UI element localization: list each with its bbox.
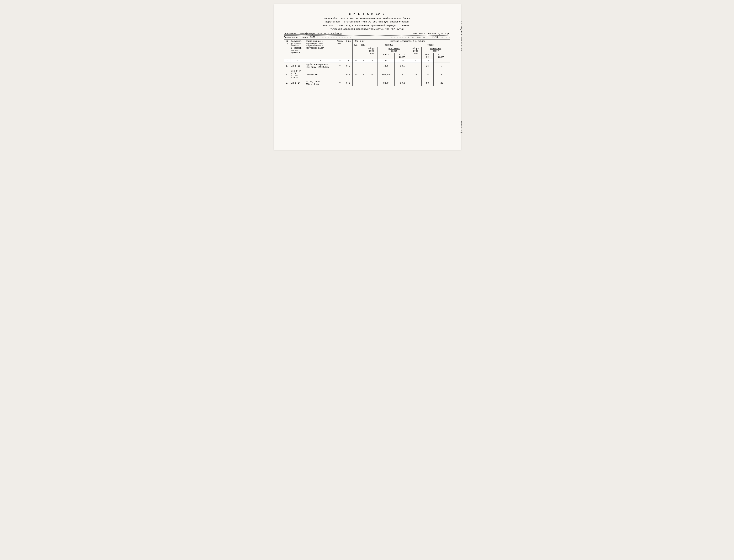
row2-posnum: цен.Iч.У р.IX п.I002 к-0,89	[290, 69, 305, 80]
osnova-label: Основание– Спецификация лист КГ-4 Альбом…	[284, 32, 342, 35]
table-row: 3. I2–У–I4 То же, диам.I08 х 4 мм т 0,6 …	[284, 80, 450, 86]
row1-mont-vsego: 72,5	[377, 63, 394, 69]
vtch-label: – – – – – – в т.ч. монтаж _ _ 2,15 т.р. …	[391, 36, 450, 38]
row3-mont2-vsego: 50	[421, 80, 433, 86]
col-num-8: 8	[367, 59, 377, 63]
row2-ed: т	[336, 69, 344, 80]
row3-index: 3.	[284, 80, 290, 86]
row1-mont2-vtch: 7	[433, 63, 450, 69]
row2-ves-obsh: –	[360, 69, 367, 80]
row1-posnum: I2–У–I5	[290, 63, 305, 69]
document-header: С М Е Т А № IУ-2 на приобретение и монта…	[284, 12, 450, 31]
row2-kvo: 0,2	[344, 69, 353, 80]
row1-oborud2: –	[411, 63, 421, 69]
col-header-oborud2: обору-дова-ния	[411, 47, 421, 59]
col-header-kvo: К-во	[344, 40, 353, 59]
row2-mont2-vsego: I82	[421, 69, 433, 80]
row2-mont-vtch: –	[394, 69, 411, 80]
col-num-4: 4	[336, 59, 344, 63]
col-num-12: 12	[421, 59, 433, 63]
col-header-ed: Един.изм.	[336, 40, 344, 59]
row3-oborud2: –	[411, 80, 421, 86]
table-header-row1: №№пп Наименов.укрупнен.показат.и нормат.…	[284, 40, 450, 43]
row2-mont-vsego: 908,83	[377, 69, 394, 80]
table-header-numbers: 1 2 3 4 5 6 7 8 9 10 11 12	[284, 59, 450, 63]
row1-ed: т	[336, 63, 344, 69]
row3-oborud: –	[367, 80, 377, 86]
row1-name: Труба электросвар-ная диам.159х4,5мм	[305, 63, 336, 69]
col-num-2: 2	[290, 59, 305, 63]
col-header-mont2-vsego: все-го	[421, 53, 433, 59]
col-num-1: 1	[284, 59, 290, 63]
col-num-6: 6	[353, 59, 360, 63]
row1-ves-obsh: –	[360, 63, 367, 69]
row3-posnum: I2–У–I4	[290, 80, 305, 86]
document-title: С М Е Т А № IУ-2	[284, 12, 450, 16]
meta-line2: Составлена в ценах 1969 г. – – – – – – –…	[284, 35, 450, 38]
col-num-10: 10	[394, 59, 411, 63]
row1-index: 1.	[284, 63, 290, 69]
document-subtitle: на приобретение и монтаж технологических…	[284, 16, 450, 31]
side-label-bottom: (2105-04	[460, 120, 463, 133]
row3-mont-vtch: 39,0	[394, 80, 411, 86]
col-num-5: 5	[344, 59, 353, 63]
col-header-obshaya: общая	[411, 43, 450, 47]
row2-oborud2: –	[411, 69, 421, 80]
row1-oborud: –	[367, 63, 377, 69]
col-header-ves: Вес в кг	[353, 40, 367, 43]
row3-name: То же, диам.I08 х 4 мм	[305, 80, 336, 86]
row3-mont-vsego: 82,9	[377, 80, 394, 86]
smeta-cost-label: Сметная стоимость 2,15 т.р.	[413, 32, 450, 35]
col-header-edinicy: единицы	[367, 43, 411, 47]
side-label-top: 902-2-191 Альбом УТ	[460, 21, 463, 51]
col-header-posnum: Наименов.укрупнен.показат.и нормат.пр.ис…	[290, 40, 305, 59]
row1-mont-vtch: 33,7	[394, 63, 411, 69]
row1-kvo: 0,2	[344, 63, 353, 69]
col-num-11: 11	[411, 59, 421, 63]
row3-ves-obsh: –	[360, 80, 367, 86]
page: 902-2-191 Альбом УТ (2105-04 С М Е Т А №…	[274, 4, 461, 150]
col-header-ves-obsh: общ.	[360, 43, 367, 59]
col-header-mont2-vtch: в т.ч.зарпл.	[433, 53, 450, 59]
sostavlena-label: Составлена в ценах 1969 г. – – – – – – –…	[284, 36, 351, 38]
col-num-7: 7	[360, 59, 367, 63]
row2-name: Стоимость	[305, 69, 336, 80]
col-header-ves-ed: ед.	[353, 43, 360, 59]
empty-row	[284, 86, 450, 99]
row2-ves-ed: –	[353, 69, 360, 80]
row1-mont2-vsego: I5	[421, 63, 433, 69]
col-header-mont2: монтажныхработ	[421, 47, 450, 53]
row3-ed: т	[336, 80, 344, 86]
row2-oborud: –	[367, 69, 377, 80]
col-num-3: 3	[305, 59, 336, 63]
row3-ves-ed: –	[353, 80, 360, 86]
row3-kvo: 0,6	[344, 80, 353, 86]
col-header-smeta: Сметная стоимость ( в рублях)	[367, 40, 450, 43]
row1-ves-ed: –	[353, 63, 360, 69]
col-header-oborud1: обору-дова-ния	[367, 47, 377, 59]
row2-index: 2.	[284, 69, 290, 80]
table-row: 1. I2–У–I5 Труба электросвар-ная диам.15…	[284, 63, 450, 69]
meta-section: Основание– Спецификация лист КГ-4 Альбом…	[284, 32, 450, 35]
row3-mont2-vtch: 28	[433, 80, 450, 86]
row2-mont2-vtch: –	[433, 69, 450, 80]
col-num-9: 9	[377, 59, 394, 63]
table-row: 2. цен.Iч.У р.IX п.I002 к-0,89 Стоимость…	[284, 69, 450, 80]
col-header-name: Наименование ихарактеристикаоборудования…	[305, 40, 336, 59]
col-header-mont1-vtch: в т.ч.зарпл.	[394, 53, 411, 59]
main-table: №№пп Наименов.укрупнен.показат.и нормат.…	[284, 39, 450, 99]
col-header-index: №№пп	[284, 40, 290, 59]
col-header-mont1: монтажныхработ	[377, 47, 411, 53]
col-header-mont1-vsego: всего	[377, 53, 394, 59]
